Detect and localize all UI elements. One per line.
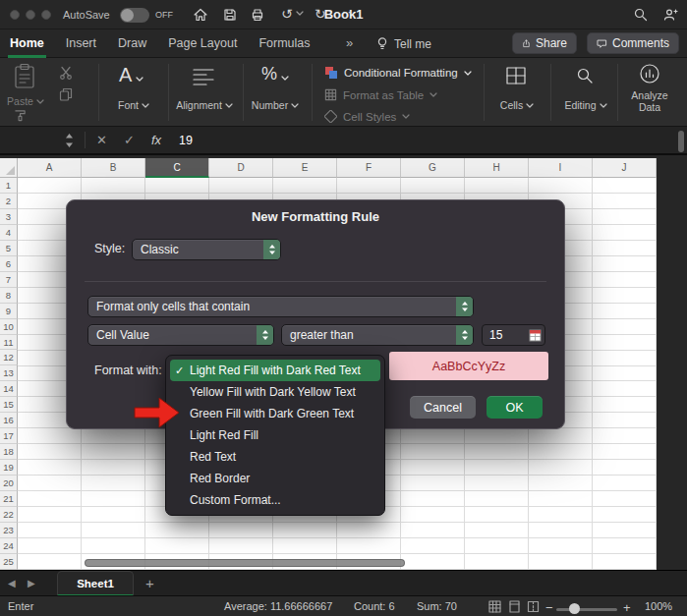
next-sheet-icon[interactable]: ▶ bbox=[28, 578, 35, 588]
style-dropdown[interactable]: Classic bbox=[132, 239, 281, 260]
row-header-6[interactable]: 6 bbox=[0, 256, 18, 272]
comments-button[interactable]: Comments bbox=[587, 32, 679, 54]
vertical-scrollbar-thumb[interactable] bbox=[678, 131, 684, 152]
search-icon[interactable] bbox=[633, 7, 649, 23]
tellme-label[interactable]: Tell me bbox=[394, 37, 431, 51]
analyze-data-button[interactable]: Analyze Data bbox=[625, 89, 674, 113]
row-header-19[interactable]: 19 bbox=[0, 460, 18, 476]
menu-item-red-border[interactable]: Red Border bbox=[170, 468, 380, 489]
row-header-2[interactable]: 2 bbox=[0, 194, 18, 209]
column-header-D[interactable]: D bbox=[209, 158, 273, 178]
editing-icon[interactable] bbox=[576, 67, 594, 84]
format-painter-icon[interactable] bbox=[14, 109, 27, 122]
copy-icon[interactable] bbox=[59, 87, 73, 101]
row-header-21[interactable]: 21 bbox=[0, 491, 18, 507]
font-button[interactable]: A bbox=[119, 64, 143, 86]
sheet-tab-sheet1[interactable]: Sheet1 bbox=[57, 571, 134, 596]
share-profile-icon[interactable] bbox=[662, 7, 678, 23]
operand-dropdown[interactable]: Cell Value bbox=[87, 324, 274, 346]
ok-button[interactable]: OK bbox=[487, 396, 543, 419]
row-header-12[interactable]: 12 bbox=[0, 350, 18, 365]
conditional-formatting-button[interactable]: Conditional Formatting bbox=[324, 66, 472, 80]
tab-page-layout[interactable]: Page Layout bbox=[168, 29, 237, 58]
enter-entry-icon[interactable]: ✓ bbox=[124, 133, 135, 147]
row-header-15[interactable]: 15 bbox=[0, 397, 18, 413]
page-layout-view-icon[interactable] bbox=[508, 600, 521, 613]
normal-view-icon[interactable] bbox=[488, 600, 501, 613]
row-header-1[interactable]: 1 bbox=[0, 178, 18, 194]
cell-styles-button[interactable]: Cell Styles bbox=[324, 110, 410, 123]
column-header-C[interactable]: C bbox=[145, 158, 209, 178]
row-header-24[interactable]: 24 bbox=[0, 538, 18, 554]
tab-home[interactable]: Home bbox=[10, 29, 44, 58]
row-header-23[interactable]: 23 bbox=[0, 523, 18, 538]
row-header-11[interactable]: 11 bbox=[0, 335, 18, 351]
row-header-4[interactable]: 4 bbox=[0, 225, 18, 241]
menu-item-custom-format[interactable]: Custom Format... bbox=[170, 489, 380, 511]
menu-item-yellow-fill-with-dark-yellow-text[interactable]: Yellow Fill with Dark Yellow Text bbox=[170, 381, 380, 403]
column-header-G[interactable]: G bbox=[401, 158, 465, 178]
cells-group-label[interactable]: Cells bbox=[493, 99, 541, 111]
column-header-J[interactable]: J bbox=[593, 158, 657, 178]
tab-overflow-icon[interactable]: » bbox=[346, 35, 353, 50]
column-header-E[interactable]: E bbox=[273, 158, 337, 178]
menu-item-red-text[interactable]: Red Text bbox=[170, 446, 380, 468]
row-header-3[interactable]: 3 bbox=[0, 209, 18, 225]
row-header-17[interactable]: 17 bbox=[0, 428, 18, 444]
row-header-5[interactable]: 5 bbox=[0, 241, 18, 256]
number-group-label[interactable]: Number bbox=[248, 99, 303, 111]
select-all-corner[interactable] bbox=[0, 158, 18, 178]
horizontal-scrollbar-thumb[interactable] bbox=[85, 559, 405, 567]
zoom-slider-track[interactable] bbox=[556, 608, 617, 611]
cancel-button[interactable]: Cancel bbox=[410, 396, 476, 419]
zoom-out-button[interactable]: − bbox=[545, 600, 553, 615]
zoom-level[interactable]: 100% bbox=[645, 600, 672, 612]
row-header-25[interactable]: 25 bbox=[0, 554, 18, 570]
zoom-in-button[interactable]: + bbox=[623, 600, 631, 615]
row-header-7[interactable]: 7 bbox=[0, 272, 18, 288]
paste-button[interactable]: Paste bbox=[6, 95, 45, 107]
tab-insert[interactable]: Insert bbox=[66, 29, 96, 58]
row-header-22[interactable]: 22 bbox=[0, 507, 18, 523]
cancel-entry-icon[interactable]: ✕ bbox=[96, 133, 107, 147]
page-break-view-icon[interactable] bbox=[527, 600, 540, 613]
insert-function-icon[interactable]: fx bbox=[151, 133, 161, 147]
rule-type-dropdown[interactable]: Format only cells that contain bbox=[87, 296, 474, 317]
row-header-8[interactable]: 8 bbox=[0, 288, 18, 304]
font-group-label[interactable]: Font bbox=[106, 99, 161, 111]
row-header-16[interactable]: 16 bbox=[0, 413, 18, 428]
alignment-group-label[interactable]: Alignment bbox=[175, 99, 234, 111]
column-header-A[interactable]: A bbox=[18, 158, 82, 178]
row-header-9[interactable]: 9 bbox=[0, 304, 18, 319]
zoom-slider-knob[interactable] bbox=[569, 603, 580, 614]
row-header-20[interactable]: 20 bbox=[0, 476, 18, 491]
row-header-18[interactable]: 18 bbox=[0, 444, 18, 460]
prev-sheet-icon[interactable]: ◀ bbox=[8, 578, 16, 588]
tab-draw[interactable]: Draw bbox=[118, 29, 146, 58]
row-header-13[interactable]: 13 bbox=[0, 365, 18, 381]
operator-dropdown[interactable]: greater than bbox=[281, 324, 474, 346]
column-header-I[interactable]: I bbox=[529, 158, 593, 178]
share-button[interactable]: Share bbox=[512, 32, 577, 54]
tab-formulas[interactable]: Formulas bbox=[258, 29, 310, 58]
column-header-F[interactable]: F bbox=[337, 158, 401, 178]
format-as-table-button[interactable]: Format as Table bbox=[324, 88, 437, 101]
editing-group-label[interactable]: Editing bbox=[558, 99, 613, 111]
cut-icon[interactable] bbox=[59, 66, 73, 80]
add-sheet-button[interactable]: + bbox=[145, 575, 154, 591]
namebox-stepper-icon[interactable] bbox=[65, 132, 74, 149]
threshold-input[interactable]: 15 bbox=[482, 324, 545, 346]
cells-icon[interactable] bbox=[506, 67, 526, 84]
row-header-10[interactable]: 10 bbox=[0, 319, 18, 335]
number-format-button[interactable]: % bbox=[261, 64, 289, 84]
column-header-B[interactable]: B bbox=[82, 158, 145, 178]
analyze-data-icon[interactable] bbox=[639, 63, 660, 84]
range-picker-icon[interactable] bbox=[529, 329, 542, 342]
menu-item-light-red-fill-with-dark-red-text[interactable]: ✓Light Red Fill with Dark Red Text bbox=[170, 360, 380, 381]
menu-item-light-red-fill[interactable]: Light Red Fill bbox=[170, 424, 380, 446]
alignment-icon[interactable] bbox=[193, 68, 214, 85]
row-header-14[interactable]: 14 bbox=[0, 381, 18, 397]
menu-item-green-fill-with-dark-green-text[interactable]: Green Fill with Dark Green Text bbox=[170, 403, 380, 424]
paste-icon[interactable] bbox=[12, 63, 37, 90]
column-header-H[interactable]: H bbox=[465, 158, 529, 178]
